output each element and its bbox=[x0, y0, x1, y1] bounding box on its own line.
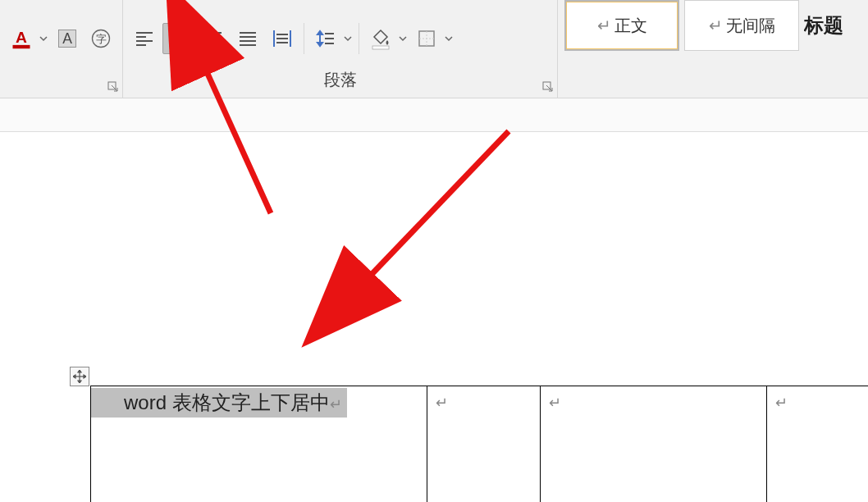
style-heading1-label: 标题 bbox=[804, 12, 843, 39]
font-color-split[interactable]: A bbox=[5, 23, 49, 54]
borders-dropdown[interactable] bbox=[443, 34, 455, 43]
paragraph-group-label: 段落 bbox=[123, 71, 557, 98]
paragraph-mark-icon: ↵ bbox=[549, 394, 561, 412]
line-spacing-dropdown[interactable] bbox=[342, 34, 354, 43]
separator bbox=[359, 23, 359, 54]
borders-split[interactable] bbox=[410, 23, 455, 54]
font-group-launcher[interactable] bbox=[107, 81, 119, 93]
paragraph-mark-icon: ↵ bbox=[330, 395, 342, 413]
style-normal[interactable]: ↵ 正文 bbox=[564, 0, 679, 51]
paragraph-group: 段落 bbox=[123, 0, 558, 98]
table-row: word 表格文字上下居中↵ ↵ ↵ ↵ bbox=[91, 386, 869, 503]
align-right-button[interactable] bbox=[197, 23, 230, 54]
selected-cell-text[interactable]: word 表格文字上下居中↵ bbox=[91, 388, 347, 418]
paragraph-mark-icon: ↵ bbox=[436, 394, 448, 412]
document-table[interactable]: word 表格文字上下居中↵ ↵ ↵ ↵ ↵ ↵ ↵ ↵ ↵ ↵ ↵ ↵ bbox=[90, 386, 868, 502]
align-left-button[interactable] bbox=[128, 23, 161, 54]
paragraph-mark-icon: ↵ bbox=[709, 16, 723, 35]
align-distributed-button[interactable] bbox=[266, 23, 299, 54]
font-color-dropdown[interactable] bbox=[38, 34, 49, 43]
document-area: word 表格文字上下居中↵ ↵ ↵ ↵ ↵ ↵ ↵ ↵ ↵ ↵ ↵ ↵ bbox=[0, 98, 868, 502]
svg-rect-29 bbox=[372, 46, 389, 49]
paragraph-mark-icon: ↵ bbox=[775, 394, 788, 412]
paragraph-mark-icon: ↵ bbox=[597, 16, 611, 35]
table-cell[interactable]: ↵ bbox=[427, 386, 541, 503]
align-justify-button[interactable] bbox=[231, 23, 264, 54]
font-color-letter: A bbox=[16, 29, 27, 46]
shading-dropdown[interactable] bbox=[397, 34, 409, 43]
table-cell[interactable]: ↵ bbox=[541, 386, 767, 503]
styles-gallery: ↵ 正文 ↵ 无间隔 标题 bbox=[558, 0, 852, 52]
table-cell[interactable]: word 表格文字上下居中↵ bbox=[91, 386, 427, 503]
font-group: A A 字 bbox=[0, 0, 123, 98]
style-no-spacing-label: 无间隔 bbox=[726, 15, 775, 37]
separator bbox=[304, 23, 304, 54]
line-spacing-split[interactable] bbox=[309, 23, 354, 54]
font-color-button[interactable]: A bbox=[5, 23, 38, 54]
borders-button[interactable] bbox=[410, 23, 443, 54]
ribbon-toolbar: A A 字 bbox=[0, 0, 868, 98]
style-heading1[interactable]: 标题 bbox=[804, 0, 845, 51]
highlight-letter: A bbox=[62, 30, 72, 47]
style-normal-label: 正文 bbox=[614, 15, 647, 37]
table-cell[interactable]: ↵ bbox=[767, 386, 869, 503]
style-no-spacing[interactable]: ↵ 无间隔 bbox=[684, 0, 799, 51]
paragraph-group-launcher[interactable] bbox=[542, 81, 554, 93]
move-icon bbox=[73, 370, 86, 383]
table-move-handle[interactable] bbox=[70, 367, 89, 386]
align-center-button[interactable] bbox=[162, 23, 195, 54]
text-highlight-button[interactable]: A bbox=[51, 23, 84, 54]
shading-button[interactable] bbox=[364, 23, 397, 54]
enclose-characters-button[interactable]: 字 bbox=[85, 23, 118, 54]
svg-rect-0 bbox=[13, 44, 30, 48]
enclose-char-label: 字 bbox=[96, 33, 107, 45]
shading-split[interactable] bbox=[364, 23, 409, 54]
line-spacing-button[interactable] bbox=[309, 23, 342, 54]
font-group-label bbox=[0, 71, 122, 98]
